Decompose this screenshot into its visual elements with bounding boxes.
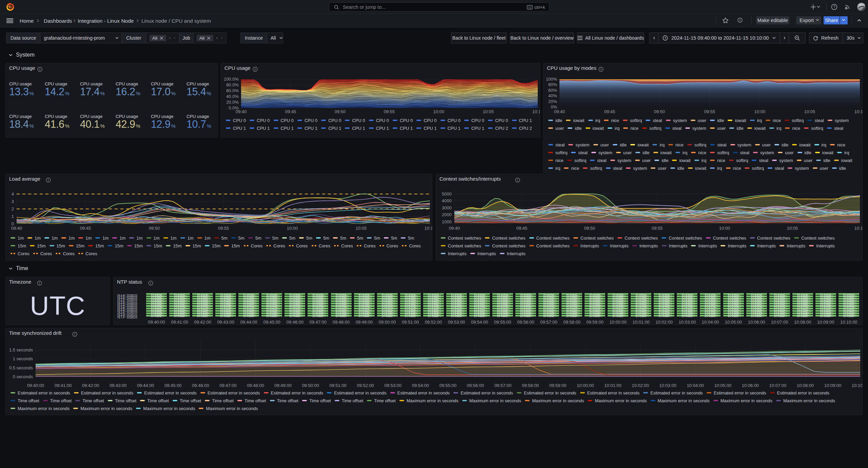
svg-text:?: ?: [833, 5, 835, 9]
